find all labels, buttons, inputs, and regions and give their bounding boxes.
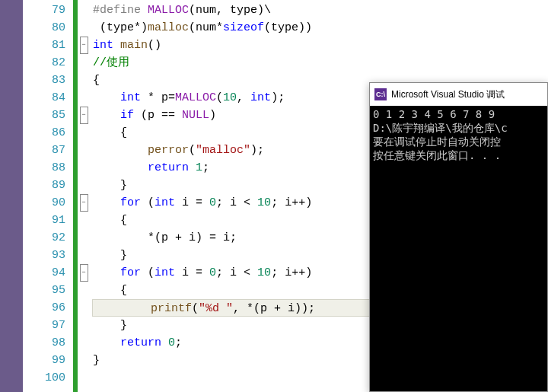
fold-cell[interactable] <box>78 19 90 37</box>
fold-toggle-icon[interactable]: − <box>80 194 88 212</box>
fold-cell[interactable] <box>78 89 90 107</box>
code-line[interactable]: //使用 <box>90 54 548 72</box>
console-output[interactable]: 0 1 2 3 4 5 6 7 8 9 D:\陈宇翔编译\我的仓库\c 要在调试… <box>370 106 547 391</box>
fold-cell[interactable] <box>78 159 90 177</box>
fold-cell[interactable]: − <box>78 107 90 124</box>
console-title-bar[interactable]: C:\ Microsoft Visual Studio 调试 <box>370 83 547 106</box>
code-line[interactable]: int main() <box>90 37 548 54</box>
line-number: 97 <box>23 317 73 334</box>
fold-cell[interactable] <box>78 317 90 334</box>
fold-cell[interactable] <box>78 72 90 89</box>
fold-cell[interactable]: − <box>78 37 90 54</box>
line-number: 93 <box>23 247 73 264</box>
debug-console-window[interactable]: C:\ Microsoft Visual Studio 调试 0 1 2 3 4… <box>369 82 548 392</box>
line-number: 96 <box>23 299 73 317</box>
console-title-text: Microsoft Visual Studio 调试 <box>391 88 505 101</box>
line-number: 91 <box>23 212 73 229</box>
fold-cell[interactable] <box>78 212 90 229</box>
line-number: 81 <box>23 37 73 54</box>
line-number: 90 <box>23 194 73 212</box>
fold-toggle-icon[interactable]: − <box>80 264 88 282</box>
code-line[interactable]: #define MALLOC(num, type)\ <box>90 2 548 19</box>
fold-cell[interactable] <box>78 282 90 299</box>
line-number: 100 <box>23 369 73 387</box>
line-number: 89 <box>23 177 73 194</box>
fold-cell[interactable] <box>78 54 90 72</box>
line-number: 92 <box>23 229 73 247</box>
fold-cell[interactable] <box>78 334 90 352</box>
line-number: 84 <box>23 89 73 107</box>
code-line[interactable]: (type*)malloc(num*sizeof(type)) <box>90 19 548 37</box>
line-number: 95 <box>23 282 73 299</box>
line-number: 79 <box>23 2 73 19</box>
fold-cell[interactable] <box>78 177 90 194</box>
fold-cell[interactable]: − <box>78 264 90 282</box>
fold-toggle-icon[interactable]: − <box>80 107 88 124</box>
line-number: 94 <box>23 264 73 282</box>
fold-cell[interactable] <box>78 299 90 317</box>
fold-column[interactable]: −−−− <box>78 0 90 392</box>
line-number: 80 <box>23 19 73 37</box>
line-number-gutter: 7980818283848586878889909192939495969798… <box>23 0 73 392</box>
fold-cell[interactable] <box>78 2 90 19</box>
vs-icon: C:\ <box>374 88 387 100</box>
line-number: 98 <box>23 334 73 352</box>
line-number: 83 <box>23 72 73 89</box>
line-number: 85 <box>23 107 73 124</box>
fold-cell[interactable] <box>78 369 90 387</box>
fold-cell[interactable]: − <box>78 194 90 212</box>
line-number: 87 <box>23 142 73 159</box>
fold-cell[interactable] <box>78 247 90 264</box>
fold-cell[interactable] <box>78 124 90 142</box>
line-number: 82 <box>23 54 73 72</box>
line-number: 86 <box>23 124 73 142</box>
fold-cell[interactable] <box>78 142 90 159</box>
line-number: 99 <box>23 352 73 369</box>
fold-cell[interactable] <box>78 229 90 247</box>
fold-cell[interactable] <box>78 352 90 369</box>
line-number: 88 <box>23 159 73 177</box>
fold-toggle-icon[interactable]: − <box>80 37 88 54</box>
